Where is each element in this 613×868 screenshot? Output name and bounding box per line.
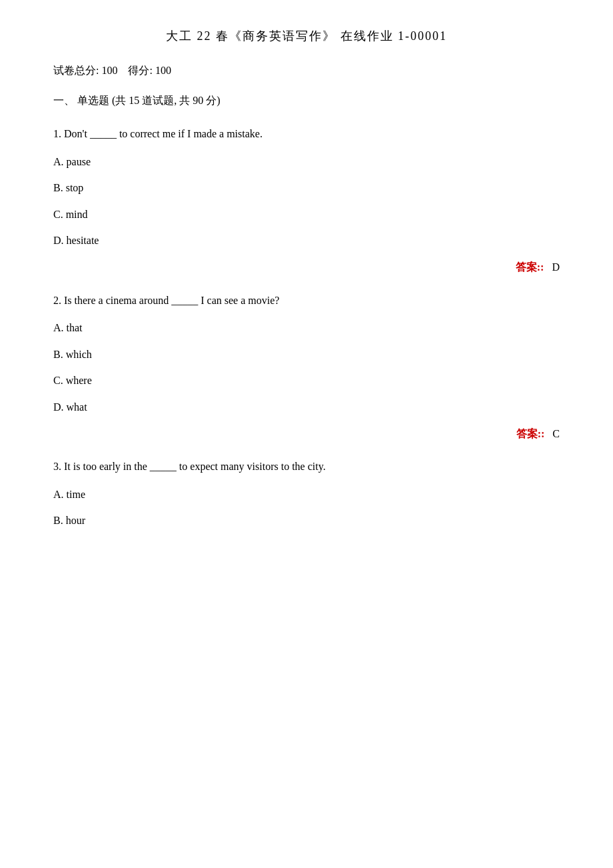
question-1-option-c: C. mind [53,206,560,223]
question-1-option-b: B. stop [53,179,560,197]
question-2-option-b: B. which [53,346,560,363]
question-2-text: 2. Is there a cinema around _____ I can … [53,292,560,309]
question-1-answer-label: 答案:: [516,261,544,273]
obtained-score-value: 100 [155,65,171,76]
question-3-option-b: B. hour [53,512,560,529]
section-title: 一、 单选题 (共 15 道试题, 共 90 分) [53,92,560,109]
question-1-text: 1. Don't _____ to correct me if I made a… [53,125,560,143]
question-2-answer-label: 答案:: [516,428,545,439]
total-score-value: 100 [101,65,117,76]
question-1: 1. Don't _____ to correct me if I made a… [53,125,560,276]
question-2-option-a: A. that [53,319,560,337]
obtained-score-label: 得分: [128,65,152,76]
question-3-option-a: A. time [53,486,560,503]
page-title: 大工 22 春《商务英语写作》 在线作业 1-00001 [53,27,560,46]
question-3: 3. It is too early in the _____ to expec… [53,458,560,529]
question-2: 2. Is there a cinema around _____ I can … [53,292,560,443]
question-2-answer-value: C [552,428,560,439]
total-score-label: 试卷总分: [53,65,99,76]
score-line: 试卷总分: 100 得分: 100 [53,62,560,79]
question-1-option-a: A. pause [53,153,560,171]
question-2-answer: 答案:: C [53,425,560,443]
question-1-answer: 答案:: D [53,259,560,276]
question-1-option-d: D. hesitate [53,232,560,249]
question-3-text: 3. It is too early in the _____ to expec… [53,458,560,475]
question-2-option-c: C. where [53,372,560,389]
question-2-option-d: D. what [53,399,560,416]
question-1-answer-value: D [552,261,560,273]
